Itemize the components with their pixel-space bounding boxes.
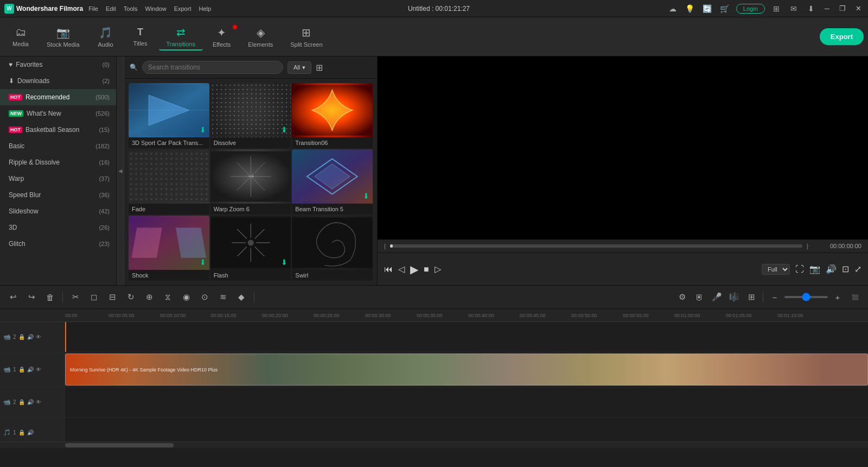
menu-help[interactable]: Help xyxy=(199,5,211,12)
menu-edit[interactable]: Edit xyxy=(106,5,116,12)
fullscreen-button[interactable]: ⛶ xyxy=(795,264,804,274)
toolbar-split-screen[interactable]: ⊞ Split Screen xyxy=(283,24,330,50)
panel-3d[interactable]: 3D (26) xyxy=(0,219,116,236)
speed-button[interactable]: ⧖ xyxy=(160,289,175,305)
timeline-scroll-thumb[interactable] xyxy=(65,443,174,447)
track-v1-lock[interactable]: 🔒 xyxy=(18,367,25,373)
frame-forward-button[interactable]: ▷ xyxy=(435,264,441,274)
panel-ripple[interactable]: Ripple & Dissolve (16) xyxy=(0,154,116,171)
panel-whats-new[interactable]: NEW What's New (526) xyxy=(0,105,116,122)
transition-card-fade[interactable]: Fade xyxy=(129,149,209,214)
track-a1-vol[interactable]: 🔊 xyxy=(27,430,34,436)
panel-glitch[interactable]: Glitch (23) xyxy=(0,236,116,252)
delete-button[interactable]: 🗑 xyxy=(42,289,58,305)
frame-back-button[interactable]: ◁ xyxy=(398,264,405,274)
track-v2b-lock[interactable]: 🔒 xyxy=(18,399,25,405)
quality-select[interactable]: Full xyxy=(762,264,790,275)
transition-card-dissolve[interactable]: ⬇ Dissolve xyxy=(210,83,291,148)
play-button[interactable]: ▶ xyxy=(410,263,418,276)
settings-button[interactable]: ⤢ xyxy=(854,264,861,274)
track-v2-lock[interactable]: 🔒 xyxy=(18,334,25,340)
effects-badge xyxy=(233,25,237,29)
panel-basic[interactable]: Basic (182) xyxy=(0,138,116,154)
transition-card-transition06[interactable]: Transition06 xyxy=(292,83,373,148)
progress-bar[interactable] xyxy=(390,244,802,248)
bulb-icon[interactable]: 💡 xyxy=(684,3,696,15)
close-button[interactable]: ✕ xyxy=(853,4,864,12)
track-v2-eye[interactable]: 👁 xyxy=(36,334,41,340)
filter-button[interactable]: All ▾ xyxy=(288,61,311,74)
login-button[interactable]: Login xyxy=(736,4,765,14)
toolbar-transitions[interactable]: ⇄ Transitions xyxy=(159,23,203,51)
toolbar-stock-label: Stock Media xyxy=(47,41,80,48)
toolbar-media[interactable]: 🗂 Media xyxy=(4,24,37,49)
transition-card-swirl[interactable]: Swirl xyxy=(292,216,373,281)
redo-button[interactable]: ↪ xyxy=(24,289,39,305)
menu-export[interactable]: Export xyxy=(174,5,192,12)
screenshot-button[interactable]: 📷 xyxy=(809,264,820,274)
stop-button[interactable]: ■ xyxy=(424,264,429,274)
fit-button[interactable]: ⬛ xyxy=(847,289,863,305)
panel-recommended[interactable]: HOT Recommended (500) xyxy=(0,89,116,105)
export-button[interactable]: Export xyxy=(820,28,864,45)
crop-button[interactable]: ⊟ xyxy=(105,289,120,305)
refresh-icon[interactable]: 🔄 xyxy=(701,3,713,15)
transition-card-3d-sport[interactable]: ⬇ 3D Sport Car Pack Trans... xyxy=(129,83,209,148)
download-icon[interactable]: ⬇ xyxy=(805,3,817,15)
transition-card-shock[interactable]: ⬇ Shock xyxy=(129,216,209,281)
rewind-button[interactable]: ⏮ xyxy=(384,264,393,274)
video-clip[interactable]: Morning Sunrise (HDR 4K) - 4K Sample Foo… xyxy=(65,354,868,386)
track-v2b-vol[interactable]: 🔊 xyxy=(27,399,34,405)
menu-file[interactable]: File xyxy=(88,5,98,12)
mic-icon[interactable]: 🎤 xyxy=(709,289,724,305)
transform-button[interactable]: ↻ xyxy=(123,289,138,305)
undo-button[interactable]: ↩ xyxy=(5,289,21,305)
minimize-button[interactable]: ─ xyxy=(822,4,832,12)
track-v1-vol[interactable]: 🔊 xyxy=(27,367,34,373)
timeline-add-button[interactable]: ⊕ xyxy=(142,289,157,305)
settings2-icon[interactable]: ⚙ xyxy=(674,289,690,305)
panel-warp[interactable]: Warp (37) xyxy=(0,171,116,187)
grid-view-button[interactable]: ⊞ xyxy=(316,62,323,73)
copy-button[interactable]: ◻ xyxy=(86,289,101,305)
cut-button[interactable]: ✂ xyxy=(68,289,83,305)
cloud-icon[interactable]: ☁ xyxy=(667,3,679,15)
transition-card-warp-zoom[interactable]: → Warp Zoom 6 xyxy=(210,149,291,214)
subtitle-icon[interactable]: ⊞ xyxy=(744,289,759,305)
keyframe-button[interactable]: ◆ xyxy=(234,289,249,305)
zoom-slider[interactable] xyxy=(784,296,828,298)
panel-collapse-button[interactable]: ◀ xyxy=(117,56,124,285)
volume-button[interactable]: 🔊 xyxy=(826,264,837,274)
zoom-out-button[interactable]: − xyxy=(767,289,782,305)
cart-icon[interactable]: 🛒 xyxy=(719,3,731,15)
track-v1-eye[interactable]: 👁 xyxy=(36,367,41,373)
layout-icon[interactable]: ⊞ xyxy=(770,3,782,15)
music-icon[interactable]: 🎼 xyxy=(726,289,742,305)
transition-card-beam[interactable]: ⬇ Beam Transition 5 xyxy=(292,149,373,214)
track-a1-lock[interactable]: 🔒 xyxy=(18,430,25,436)
stabilize-button[interactable]: ⊙ xyxy=(197,289,212,305)
pip-button[interactable]: ⊡ xyxy=(842,264,849,274)
toolbar-stock-media[interactable]: 📷 Stock Media xyxy=(39,24,87,50)
maximize-button[interactable]: ❐ xyxy=(837,4,848,12)
panel-slideshow[interactable]: Slideshow (42) xyxy=(0,203,116,219)
panel-basketball[interactable]: HOT Basketball Season (15) xyxy=(0,122,116,138)
toolbar-audio[interactable]: 🎵 Audio xyxy=(90,24,122,50)
audio-fx-button[interactable]: ≋ xyxy=(215,289,231,305)
slideshow-label: Slideshow xyxy=(9,207,39,215)
transition-card-flash[interactable]: ⬇ Flash xyxy=(210,216,291,281)
panel-favorites[interactable]: ♥ Favorites (0) xyxy=(0,56,116,73)
track-v2-vol[interactable]: 🔊 xyxy=(27,334,34,340)
toolbar-titles[interactable]: T Titles xyxy=(124,24,157,49)
toolbar-elements[interactable]: ◈ Elements xyxy=(240,24,280,50)
zoom-in-button[interactable]: + xyxy=(830,289,845,305)
menu-tools[interactable]: Tools xyxy=(124,5,138,12)
search-input[interactable] xyxy=(142,61,283,74)
color-button[interactable]: ◉ xyxy=(178,289,194,305)
mail-icon[interactable]: ✉ xyxy=(788,3,800,15)
panel-speed-blur[interactable]: Speed Blur (36) xyxy=(0,187,116,203)
panel-downloads[interactable]: ⬇ Downloads (2) xyxy=(0,73,116,89)
menu-window[interactable]: Window xyxy=(145,5,167,12)
shield-icon[interactable]: ⛨ xyxy=(692,289,707,305)
track-v2b-eye[interactable]: 👁 xyxy=(36,399,41,405)
